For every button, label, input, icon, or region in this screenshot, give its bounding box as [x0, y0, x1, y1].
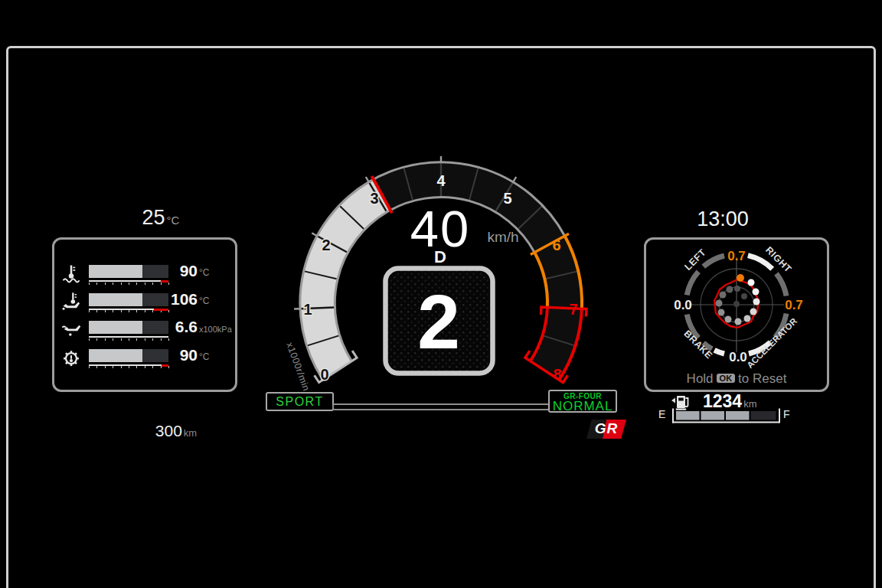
drive-mode-badge: SPORT	[266, 392, 334, 411]
outside-temperature-unit: °C	[167, 214, 180, 227]
coolant-temp-icon	[60, 263, 83, 284]
g-reset-hint: HoldOKto Reset	[646, 371, 827, 387]
g-label-left: LEFT	[682, 247, 707, 272]
oil-temp-bar	[89, 293, 168, 306]
g-right-value: 0.7	[785, 298, 803, 312]
g-label-accelerator: ACCELERATOR	[745, 316, 799, 371]
tach-label-0: 0	[320, 366, 328, 383]
coolant-temp-unit: °C	[199, 267, 209, 278]
g-left-value: 0.0	[674, 298, 692, 312]
oil-pressure-value: 6.6	[175, 318, 198, 336]
shift-position: D	[434, 247, 446, 266]
oil-pressure-icon	[60, 318, 83, 340]
g-force-meter: 0.7 0.7 0.0 0.0 LEFT RIGHT BRAKE ACCELER…	[639, 230, 834, 394]
tach-label-5: 5	[503, 190, 511, 207]
tachometer: 0 1 2 3 4 5 6 7 8 x1000r/min 40 km/h D 2	[260, 145, 628, 421]
vitals-row-coolant: 90 °C	[54, 265, 235, 289]
tach-label-2: 2	[322, 237, 330, 253]
transmission-temp-bar	[89, 349, 168, 362]
oil-pressure-bar	[89, 321, 168, 334]
vitals-row-oil-temp: 106 °C	[54, 293, 235, 318]
g-top-value: 0.7	[727, 249, 746, 263]
drive-mode-label: SPORT	[276, 395, 323, 408]
vitals-row-transmission-temp: 90 °C	[54, 349, 235, 374]
cruising-range-value: 300	[155, 422, 182, 439]
fuel-segment	[701, 411, 725, 420]
fuel-gauge	[669, 405, 784, 425]
gear-number: 2	[417, 279, 460, 364]
oil-pressure-unit: x100kPa	[199, 325, 232, 334]
outside-temperature: 25°C	[107, 206, 214, 230]
g-label-right: RIGHT	[763, 245, 793, 275]
tach-label-3: 3	[370, 190, 378, 207]
clock: 13:00	[677, 207, 769, 231]
oil-temp-unit: °C	[199, 296, 209, 306]
tach-label-4: 4	[436, 172, 446, 189]
awd-mode-badge: GR-FOUR NORMAL	[548, 390, 617, 413]
fuel-empty-label: E	[658, 408, 665, 420]
tach-label-1: 1	[303, 301, 312, 318]
tach-label-6: 6	[552, 237, 560, 253]
gr-logo: GR	[586, 420, 626, 439]
fuel-segment	[726, 411, 750, 420]
coolant-temp-bar	[89, 265, 168, 278]
transmission-temp-icon	[60, 347, 83, 368]
fuel-full-label: F	[783, 408, 790, 420]
ok-button-glyph: OK	[717, 374, 736, 383]
vitals-row-oil-pressure: 6.6 x100kPa	[54, 321, 235, 345]
mode-bar-strip	[332, 403, 550, 410]
coolant-temp-value: 90	[180, 262, 198, 280]
transmission-temp-value: 90	[180, 346, 198, 364]
transmission-temp-unit: °C	[199, 351, 209, 362]
instrument-cluster: { "cluster": { "outside_temp": {"value":…	[0, 0, 882, 588]
filler-side-arrow	[671, 398, 675, 403]
fuel-segment	[751, 411, 776, 420]
oil-temp-icon	[60, 291, 83, 312]
g-bottom-value: 0.0	[729, 350, 747, 364]
tach-label-8: 8	[553, 366, 561, 383]
cruising-range-unit: km	[184, 427, 197, 439]
vehicle-vitals-panel: 90 °C 106 °C 6.6 x100kPa 90 °C	[52, 237, 237, 392]
cruising-range: 300km	[130, 422, 222, 440]
fuel-segment	[676, 411, 700, 420]
oil-temp-value: 106	[171, 290, 198, 309]
speed-unit: km/h	[487, 229, 518, 245]
awd-mode-label: NORMAL	[550, 400, 616, 413]
outside-temperature-value: 25	[142, 206, 165, 229]
tach-label-7: 7	[569, 301, 577, 318]
